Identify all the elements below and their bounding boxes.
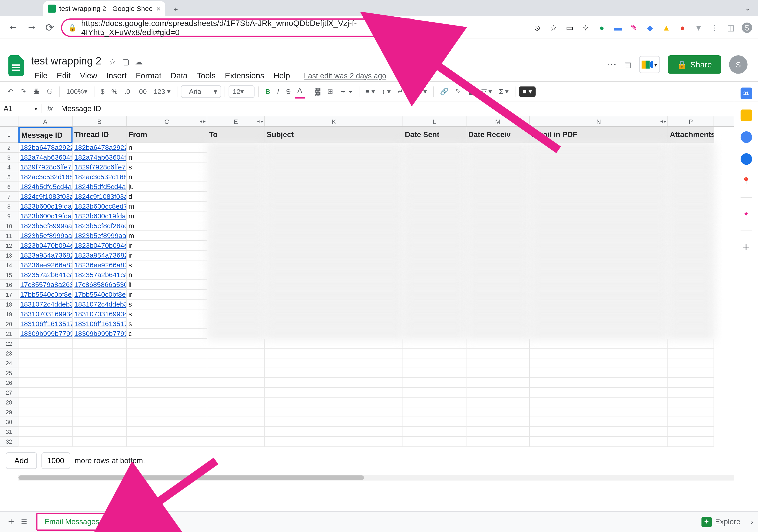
menu-view[interactable]: View (77, 70, 101, 81)
cell[interactable] (530, 162, 668, 172)
cell[interactable] (530, 329, 668, 339)
row-header[interactable]: 26 (0, 378, 18, 388)
cell[interactable] (466, 182, 530, 192)
cell[interactable] (18, 408, 73, 417)
row-header[interactable]: 9 (0, 212, 18, 221)
cell[interactable] (466, 408, 530, 417)
tabs-overflow-icon[interactable]: ⌄ (744, 3, 751, 12)
cell[interactable] (530, 182, 668, 192)
header-cell[interactable]: To (207, 127, 265, 143)
extension-icon[interactable]: ● (597, 22, 607, 33)
cell[interactable]: 17c85579a8a26344 (18, 280, 73, 290)
cell[interactable] (668, 319, 714, 329)
cell[interactable] (466, 427, 530, 437)
cell[interactable] (668, 261, 714, 270)
cell[interactable] (530, 358, 668, 368)
cell[interactable] (207, 261, 265, 270)
cell[interactable] (466, 251, 530, 261)
column-header-C[interactable]: C◂ ▸ (127, 116, 207, 126)
cell[interactable] (127, 368, 207, 378)
sidepanel-icon[interactable]: ◫ (726, 22, 736, 33)
header-cell[interactable]: Message ID (18, 127, 73, 143)
cell[interactable]: ir (127, 251, 207, 261)
cell[interactable]: 17bb5540c0bf8e3b (73, 290, 127, 300)
cell[interactable] (265, 162, 403, 172)
row-header[interactable]: 2 (0, 143, 18, 153)
bookmark-icon[interactable]: ☆ (548, 22, 559, 33)
decrease-decimal-button[interactable]: .0 (121, 85, 133, 98)
menu-insert[interactable]: Insert (103, 70, 130, 81)
calendar-icon[interactable]: 31 (740, 88, 752, 99)
cell[interactable] (668, 408, 714, 417)
cell[interactable] (668, 212, 714, 221)
maps-icon[interactable]: 📍 (740, 175, 752, 187)
extension-icon[interactable]: ▬ (613, 22, 623, 33)
cell[interactable] (403, 241, 466, 251)
italic-button[interactable]: I (274, 85, 282, 98)
cell[interactable] (207, 329, 265, 339)
rotate-button[interactable]: ⟳ ▾ (413, 85, 430, 98)
cell[interactable] (403, 339, 466, 349)
functions-button[interactable]: Σ ▾ (496, 85, 511, 98)
more-formats-button[interactable]: 123 ▾ (151, 85, 173, 98)
cell[interactable] (466, 437, 530, 446)
column-header-L[interactable]: L (403, 116, 466, 126)
cell[interactable] (403, 143, 466, 153)
merge-button[interactable]: ⫟ ▾ (337, 85, 355, 98)
close-tab-icon[interactable]: × (156, 4, 161, 13)
cell[interactable] (265, 329, 403, 339)
filter-button[interactable]: ▽ ▾ (478, 85, 495, 98)
column-header-N[interactable]: N◂ ▸ (530, 116, 668, 126)
cell[interactable]: 1824b5dfd5cd4a87 (73, 182, 127, 192)
cell[interactable] (265, 212, 403, 221)
cell[interactable] (403, 437, 466, 446)
cell[interactable]: m (127, 212, 207, 221)
cell[interactable] (18, 417, 73, 427)
cell[interactable] (73, 398, 127, 408)
cell[interactable] (403, 261, 466, 270)
cell[interactable] (18, 427, 73, 437)
cell[interactable] (207, 300, 265, 309)
cell[interactable] (18, 398, 73, 408)
cell[interactable]: 1824b5dfd5cd4a87 (18, 182, 73, 192)
cell[interactable] (265, 221, 403, 231)
cell[interactable] (265, 300, 403, 309)
cell[interactable] (668, 388, 714, 398)
cell[interactable] (207, 212, 265, 221)
borders-button[interactable]: ⊞ (325, 85, 336, 98)
cell[interactable] (530, 300, 668, 309)
document-name[interactable]: test wrapping 2 (31, 55, 102, 67)
cell[interactable] (530, 309, 668, 319)
cell[interactable] (207, 437, 265, 446)
browser-tab[interactable]: test wrapping 2 - Google Shee × (43, 1, 165, 16)
redo-button[interactable]: ↷ (17, 85, 29, 98)
row-header[interactable]: 4 (0, 162, 18, 172)
horizontal-scrollbar[interactable] (18, 475, 734, 480)
cell[interactable] (668, 251, 714, 261)
zoom-select[interactable]: 100% ▾ (63, 85, 90, 98)
cell[interactable] (73, 417, 127, 427)
cell[interactable]: 182ba6478a2922d5 (18, 143, 73, 153)
cell[interactable]: 17bb5540c0bf8e3b (18, 290, 73, 300)
cell[interactable] (530, 143, 668, 153)
cell[interactable]: 1823b600c19fda2d (18, 212, 73, 221)
cell[interactable] (73, 339, 127, 349)
cell[interactable] (265, 251, 403, 261)
cell[interactable]: 1824c9f1083f03a3 (18, 192, 73, 201)
cell[interactable] (18, 378, 73, 388)
currency-button[interactable]: $ (98, 85, 107, 98)
cell[interactable] (530, 231, 668, 241)
cell[interactable] (207, 408, 265, 417)
cell[interactable] (530, 241, 668, 251)
cell[interactable] (207, 398, 265, 408)
cell[interactable]: 182a74ab63604f18 (18, 153, 73, 162)
cell[interactable] (668, 290, 714, 300)
cell[interactable] (265, 261, 403, 270)
row-header[interactable]: 8 (0, 202, 18, 212)
cell[interactable]: n (127, 270, 207, 280)
cell[interactable] (403, 192, 466, 201)
cell[interactable] (466, 221, 530, 231)
fill-color-button[interactable]: ▓ (313, 85, 323, 98)
row-header[interactable]: 11 (0, 231, 18, 241)
cell[interactable]: 1823b5ef8999aad6 (73, 231, 127, 241)
